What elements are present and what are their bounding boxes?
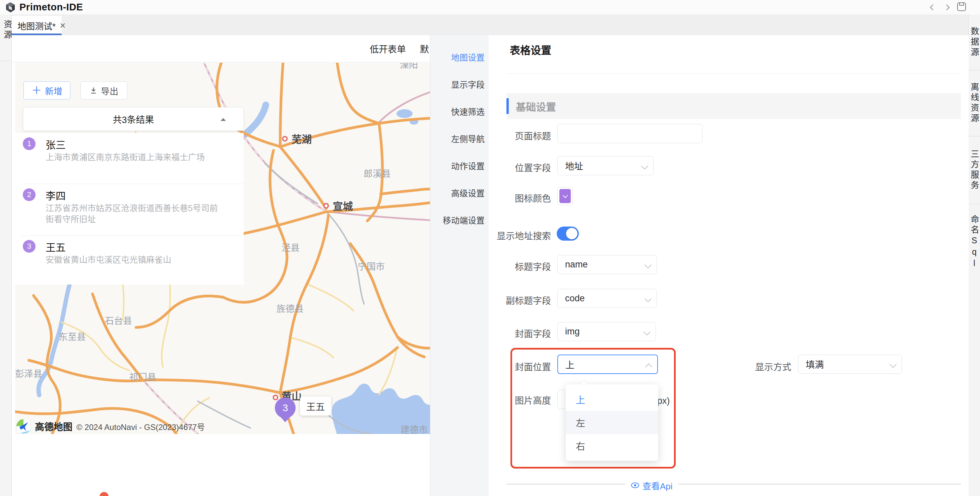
svg-text:泾县: 泾县 (282, 243, 300, 253)
subtitle-field-select[interactable]: code (557, 289, 657, 308)
tab-close-icon[interactable]: × (60, 21, 66, 30)
download-icon (89, 86, 97, 94)
section-accent-bar (506, 98, 509, 114)
amap-logo-icon (16, 419, 31, 434)
chevron-down-icon (644, 261, 652, 269)
settings-panel: 地图设置 显示字段 快速筛选 左侧导航 动作设置 高级设置 移动端设置 表格设置… (430, 35, 968, 496)
color-swatch (559, 189, 571, 203)
nav-quick-filter[interactable]: 快速筛选 (430, 97, 488, 125)
history-back-icon[interactable] (927, 2, 937, 13)
page-title-input[interactable] (557, 124, 703, 143)
label-address-search: 显示地址搜索 (488, 229, 551, 242)
item-name: 张三 (46, 137, 66, 151)
map-label-xuancheng: 宣城 (333, 201, 353, 212)
svg-text:旌德县: 旌德县 (277, 304, 304, 314)
nav-advanced-settings[interactable]: 高级设置 (430, 179, 488, 206)
map-brand: 高德地图 (35, 420, 72, 433)
panel-bottom-divider (506, 483, 961, 485)
partial-marker-dot (100, 492, 108, 496)
cover-position-select[interactable]: 上 (557, 355, 658, 374)
svg-text:彭泽县: 彭泽县 (15, 369, 42, 379)
rail-item-named-sql[interactable]: 命名Sql (969, 204, 980, 280)
export-button[interactable]: 导出 (80, 81, 127, 100)
result-count-panel[interactable]: 共3条结果 (23, 107, 243, 131)
location-field-select[interactable]: 地址 (557, 156, 654, 175)
plus-icon: ＋ (32, 86, 41, 95)
panel-divider (506, 73, 961, 74)
toolbar-tab-low-code-form[interactable]: 低开表单 (370, 35, 406, 62)
svg-text:溧阳: 溧阳 (400, 63, 418, 70)
chevron-down-icon (643, 328, 651, 335)
nav-mobile-settings[interactable]: 移动端设置 (430, 206, 488, 233)
tab-map-test[interactable]: 地图测试* × (11, 16, 62, 35)
result-count: 共3条结果 (113, 113, 154, 126)
editor-tab-bar: 地图测试* × (0, 14, 980, 35)
view-api-link[interactable]: 查看Api (625, 480, 678, 491)
svg-text:东至县: 东至县 (59, 332, 86, 342)
svg-text:宁国市: 宁国市 (358, 262, 385, 272)
icon-color-picker[interactable] (557, 187, 573, 205)
list-item[interactable]: 3 王五 安徽省黄山市屯溪区屯光镇麻雀山 (15, 235, 243, 285)
dropdown-option-left[interactable]: 左 (566, 411, 658, 434)
result-list: 1 张三 上海市黄浦区南京东路街道上海来福士广场 2 李四 江苏省苏州市姑苏区沧… (15, 133, 243, 285)
section-basic-settings: 基础设置 (506, 93, 961, 119)
cover-field-select[interactable]: img (557, 322, 656, 341)
primeton-logo-icon (5, 2, 16, 13)
cover-position-dropdown: 上 左 右 (566, 385, 658, 461)
item-name: 王五 (46, 239, 66, 254)
nav-action-settings[interactable]: 动作设置 (430, 152, 488, 179)
map-copyright: © 2024 AutoNavi - GS(2023)4677号 (76, 421, 205, 432)
label-cover-position: 封面位置 (488, 360, 551, 373)
rail-item-datasource[interactable]: 数据源 (969, 14, 980, 70)
preview-toolbar: 低开表单 默 (12, 35, 430, 62)
nav-map-settings[interactable]: 地图设置 (430, 43, 488, 70)
nav-left-navigation[interactable]: 左侧导航 (430, 125, 488, 152)
label-image-height: 图片高度 (488, 393, 551, 407)
chevron-down-icon (889, 361, 897, 368)
svg-text:祁门县: 祁门县 (129, 372, 156, 382)
collapse-caret-icon[interactable] (221, 118, 226, 121)
label-location-field: 位置字段 (488, 161, 551, 174)
section-title: 基础设置 (516, 93, 556, 119)
map-view[interactable]: 芜湖 宣城 黄山 郎溪县 泾县 宁国市 旌德县 石台县 东至县 彭泽县 祁门县 … (15, 63, 430, 434)
display-mode-select[interactable]: 填满 (798, 355, 902, 374)
rail-divider (0, 60, 11, 61)
item-address: 江苏省苏州市姑苏区沧浪街道西善长巷5号司前街看守所旧址 (46, 203, 220, 225)
svg-text:郎溪县: 郎溪县 (364, 169, 391, 179)
dropdown-option-right[interactable]: 右 (566, 434, 658, 457)
eye-icon (631, 481, 640, 490)
nav-display-fields[interactable]: 显示字段 (430, 70, 488, 97)
list-item[interactable]: 1 张三 上海市黄浦区南京东路街道上海来福士广场 (15, 133, 243, 184)
title-bar: Primeton-IDE (0, 0, 980, 15)
chevron-up-icon (645, 363, 652, 370)
save-icon[interactable] (956, 2, 967, 12)
item-address: 安徽省黄山市屯溪区屯光镇麻雀山 (46, 254, 220, 265)
label-cover-field: 封面字段 (488, 327, 551, 340)
tab-label: 地图测试* (18, 19, 56, 32)
rail-item-third-party-services[interactable]: 三方服务 (969, 137, 980, 204)
svg-text:建德市: 建德市 (401, 425, 428, 434)
app-title: Primeton-IDE (19, 0, 83, 14)
dropdown-option-top[interactable]: 上 (566, 388, 658, 411)
list-item[interactable]: 2 李四 江苏省苏州市姑苏区沧浪街道西善长巷5号司前街看守所旧址 (15, 184, 243, 235)
panel-title: 表格设置 (510, 42, 551, 57)
history-forward-icon[interactable] (942, 2, 953, 13)
item-index-badge: 2 (23, 188, 35, 201)
item-name: 李四 (46, 188, 66, 202)
label-icon-color: 图标颜色 (488, 191, 551, 204)
label-title-field: 标题字段 (488, 260, 551, 273)
rail-item-offline-resources[interactable]: 离线资源 (969, 70, 980, 137)
toolbar-tab-default-clipped[interactable]: 默 (420, 35, 429, 62)
add-button[interactable]: ＋ 新增 (24, 81, 70, 100)
map-marker-label[interactable]: 王五 (300, 396, 331, 416)
address-search-toggle[interactable] (557, 227, 579, 241)
map-marker-pin[interactable]: 3 (275, 397, 296, 422)
page-preview-canvas: 低开表单 默 (12, 35, 430, 496)
right-rail: 数据源 离线资源 三方服务 命名Sql (968, 14, 980, 496)
toggle-knob (566, 228, 578, 239)
marker-tail (280, 416, 291, 422)
title-field-select[interactable]: name (557, 255, 657, 274)
item-index-badge: 3 (23, 240, 35, 253)
label-display-mode: 显示方式 (729, 360, 791, 373)
item-index-badge: 1 (23, 137, 35, 150)
